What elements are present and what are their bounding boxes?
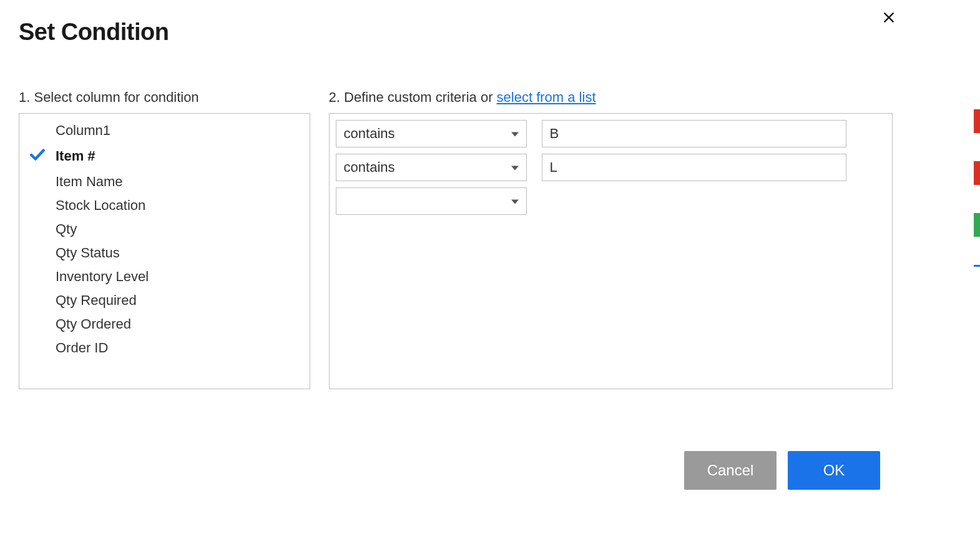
operator-select[interactable]: contains [336, 120, 527, 147]
column-item[interactable]: Qty Status [19, 241, 310, 265]
column-item[interactable]: Stock Location [19, 194, 310, 217]
column-list: Column1Item #Item NameStock LocationQtyQ… [19, 119, 310, 360]
caret-down-icon [511, 193, 519, 209]
column-item[interactable]: Order ID [19, 336, 310, 360]
check-icon [29, 146, 56, 166]
caret-down-icon [511, 126, 519, 142]
column-item-label: Qty Status [56, 245, 120, 261]
operator-select-value: contains [344, 159, 395, 176]
column-item-label: Stock Location [56, 197, 145, 214]
column-item-label: Qty Required [56, 292, 137, 309]
bg-color-bar [974, 265, 980, 267]
operator-select-wrap: contains [336, 154, 527, 181]
criteria-value-input[interactable] [542, 120, 846, 147]
criteria-row: contains [336, 120, 886, 147]
column-item-label: Column1 [56, 122, 110, 139]
operator-select-wrap [336, 187, 527, 215]
column-item[interactable]: Inventory Level [19, 265, 310, 289]
column-item[interactable]: Qty Ordered [19, 312, 310, 336]
section-select-column: 1. Select column for condition Column1It… [19, 89, 310, 389]
section1-label: 1. Select column for condition [19, 89, 310, 106]
column-item[interactable]: Item Name [19, 170, 310, 194]
column-item-label: Inventory Level [56, 269, 149, 285]
operator-select-wrap: contains [336, 120, 527, 147]
criteria-row: contains [336, 154, 886, 181]
cancel-button[interactable]: Cancel [684, 451, 777, 490]
column-item[interactable]: Qty [19, 217, 310, 241]
dialog-footer: Cancel OK [684, 451, 880, 490]
column-item-label: Item # [56, 148, 96, 164]
operator-select[interactable]: contains [336, 154, 527, 181]
svg-marker-2 [511, 132, 519, 136]
operator-select[interactable] [336, 187, 527, 215]
bg-color-bar [974, 161, 980, 185]
column-list-panel: Column1Item #Item NameStock LocationQtyQ… [19, 113, 310, 389]
operator-select-value: contains [344, 126, 395, 142]
dialog-title: Set Condition [19, 19, 893, 46]
close-icon [883, 11, 895, 26]
criteria-row [336, 187, 886, 215]
ok-button[interactable]: OK [788, 451, 880, 490]
section-define-criteria: 2. Define custom criteria or select from… [329, 89, 893, 389]
column-item-label: Qty Ordered [56, 316, 131, 332]
column-item[interactable]: Qty Required [19, 289, 310, 312]
background-color-bars [974, 0, 980, 541]
column-item[interactable]: Item # [19, 142, 310, 170]
column-item-label: Qty [56, 221, 77, 237]
column-item[interactable]: Column1 [19, 119, 310, 142]
bg-color-bar [974, 213, 980, 237]
section2-label: 2. Define custom criteria or select from… [329, 89, 893, 106]
set-condition-dialog: Set Condition 1. Select column for condi… [0, 0, 911, 506]
close-button[interactable] [881, 11, 896, 26]
caret-down-icon [511, 159, 519, 176]
criteria-panel: containscontains [329, 113, 893, 389]
column-item-label: Order ID [56, 340, 108, 356]
section2-label-prefix: 2. Define custom criteria or [329, 89, 497, 105]
content-row: 1. Select column for condition Column1It… [19, 89, 893, 389]
svg-marker-4 [511, 199, 519, 204]
column-item-label: Item Name [56, 174, 123, 190]
bg-color-bar [974, 109, 980, 133]
criteria-value-input[interactable] [542, 154, 846, 181]
select-from-list-link[interactable]: select from a list [497, 89, 596, 105]
svg-marker-3 [511, 166, 519, 170]
